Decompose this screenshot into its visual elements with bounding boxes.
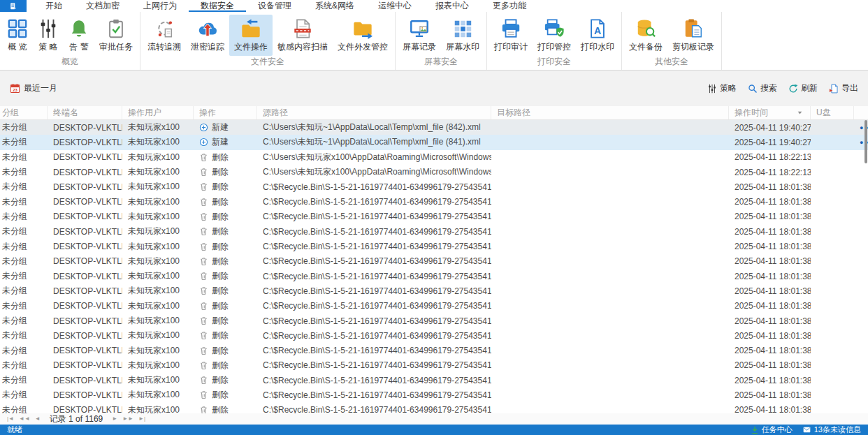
column-header-操作[interactable]: 操作 xyxy=(194,106,257,119)
column-header-目标路径[interactable]: 目标路径 xyxy=(491,106,729,119)
user-cell: 未知玩家x100 xyxy=(122,403,194,413)
export-button[interactable]: 导出 xyxy=(829,82,858,94)
operation-label: 删除 xyxy=(212,404,229,413)
ribbon-item-泄密追踪[interactable]: 泄密追踪 xyxy=(186,15,229,56)
operation-cell: 删除 xyxy=(194,358,257,373)
table-row[interactable]: 未分组DESKTOP-VLKTLE1未知玩家x100删除C:\$Recycle.… xyxy=(0,358,868,373)
table-row[interactable]: 未分组DESKTOP-VLKTLE1未知玩家x100删除C:\$Recycle.… xyxy=(0,373,868,388)
table-row[interactable]: 未分组DESKTOP-VLKTLE1未知玩家x100删除C:\$Recycle.… xyxy=(0,269,868,283)
ribbon-item-label: 泄密追踪 xyxy=(191,41,224,53)
ribbon-item-屏幕记录[interactable]: 屏幕记录 xyxy=(398,15,441,56)
policy-button[interactable]: 策略 xyxy=(707,82,737,94)
tab-数据安全[interactable]: 数据安全 xyxy=(189,0,246,12)
prev-page-button[interactable]: ◄ xyxy=(35,416,41,422)
user-cell: 未知玩家x100 xyxy=(122,224,194,239)
tab-上网行为[interactable]: 上网行为 xyxy=(131,0,189,12)
column-header-label: 目标路径 xyxy=(497,107,530,119)
time-cell: 2025-04-11 18:01:38 xyxy=(729,179,811,194)
table-row[interactable]: 未分组DESKTOP-VLKTLE1未知玩家x100删除C:\$Recycle.… xyxy=(0,254,868,269)
last-page-button[interactable]: ►| xyxy=(138,416,145,422)
table-row[interactable]: 未分组DESKTOP-VLKTLE1未知玩家x100新建C:\Users\未知玩… xyxy=(0,135,868,149)
ribbon-item-策略[interactable]: 策 略 xyxy=(33,15,64,56)
screen-record-icon xyxy=(409,18,430,39)
time-cell: 2025-04-11 18:01:38 xyxy=(729,283,811,298)
ribbon-item-概览[interactable]: 概 览 xyxy=(2,15,33,56)
table-row[interactable]: 未分组DESKTOP-VLKTLE1未知玩家x100删除C:\$Recycle.… xyxy=(0,299,868,314)
source-path-cell: C:\$Recycle.Bin\S-1-5-21-1619774401-6349… xyxy=(257,209,491,224)
fast-next-button[interactable]: ►► xyxy=(122,416,133,422)
tab-系统&网络[interactable]: 系统&网络 xyxy=(303,0,366,12)
ribbon-item-敏感内容扫描[interactable]: 敏感内容扫描 xyxy=(273,15,333,56)
ribbon-item-告警[interactable]: 告 警 xyxy=(64,15,94,56)
table-row[interactable]: 未分组DESKTOP-VLKTLE1未知玩家x100删除C:\$Recycle.… xyxy=(0,194,868,209)
table-row[interactable]: 未分组DESKTOP-VLKTLE1未知玩家x100删除C:\$Recycle.… xyxy=(0,343,868,357)
unread-messages-button[interactable]: 13条未读信息 xyxy=(802,425,861,435)
ribbon-item-文件操作[interactable]: 文件操作 xyxy=(229,15,273,56)
tab-运维中心[interactable]: 运维中心 xyxy=(366,0,424,12)
table-row[interactable]: 未分组DESKTOP-VLKTLE1未知玩家x100删除C:\$Recycle.… xyxy=(0,403,868,413)
task-center-button[interactable]: 任务中心 xyxy=(751,425,793,435)
trash-icon xyxy=(199,390,208,399)
operation-label: 删除 xyxy=(212,226,229,237)
usb-cell xyxy=(811,299,854,314)
ribbon-item-label: 屏幕记录 xyxy=(403,41,436,53)
search-button[interactable]: 搜索 xyxy=(748,82,777,94)
target-path-cell xyxy=(491,135,729,149)
table-row[interactable]: 未分组DESKTOP-VLKTLE1未知玩家x100删除C:\Users\未知玩… xyxy=(0,165,868,179)
tab-报表中心[interactable]: 报表中心 xyxy=(424,0,481,12)
ribbon-item-文件备份[interactable]: 文件备份 xyxy=(624,15,667,56)
table-row[interactable]: 未分组DESKTOP-VLKTLE1未知玩家x100删除C:\$Recycle.… xyxy=(0,328,868,343)
column-header-操作用户[interactable]: 操作用户 xyxy=(122,106,194,119)
table-row[interactable]: 未分组DESKTOP-VLKTLE1未知玩家x100删除C:\$Recycle.… xyxy=(0,224,868,239)
caret-down-icon[interactable] xyxy=(797,110,803,116)
source-path-cell: C:\Users\未知玩家x100\AppData\Roaming\Micros… xyxy=(257,165,491,179)
tab-文档加密[interactable]: 文档加密 xyxy=(74,0,131,12)
ribbon-item-文件外发管控[interactable]: 文件外发管控 xyxy=(333,15,393,56)
terminal-cell: DESKTOP-VLKTLE1 xyxy=(48,283,122,298)
terminal-cell: DESKTOP-VLKTLE1 xyxy=(48,269,122,283)
column-header-源路径[interactable]: 源路径 xyxy=(257,106,491,119)
column-header-U盘[interactable]: U盘 xyxy=(811,106,854,119)
operation-cell: 删除 xyxy=(194,209,257,224)
column-header-分组[interactable]: 分组 xyxy=(0,106,48,119)
column-header-终端名[interactable]: 终端名 xyxy=(48,106,122,119)
ribbon-item-打印水印[interactable]: A打印水印 xyxy=(576,15,619,56)
usb-cell xyxy=(811,373,854,388)
ribbon-item-打印审计[interactable]: 打印审计 xyxy=(489,15,533,56)
usb-cell xyxy=(811,150,854,165)
app-menu-button[interactable] xyxy=(0,0,27,12)
scrollbar-thumb[interactable] xyxy=(865,120,867,163)
table-row[interactable]: 未分组DESKTOP-VLKTLE1未知玩家x100删除C:\$Recycle.… xyxy=(0,283,868,298)
table-row[interactable]: 未分组DESKTOP-VLKTLE1未知玩家x100删除C:\$Recycle.… xyxy=(0,239,868,253)
ribbon-item-打印管控[interactable]: 打印管控 xyxy=(533,15,576,56)
table-row[interactable]: 未分组DESKTOP-VLKTLE1未知玩家x100删除C:\$Recycle.… xyxy=(0,314,868,328)
first-page-button[interactable]: |◄ xyxy=(7,416,14,422)
vertical-scrollbar[interactable] xyxy=(864,120,868,413)
ribbon-item-屏幕水印[interactable]: 屏幕水印 xyxy=(441,15,484,56)
ribbon-item-审批任务[interactable]: 审批任务 xyxy=(94,15,138,56)
column-header-操作时间[interactable]: 操作时间 xyxy=(729,106,811,119)
ribbon-item-流转追溯[interactable]: 流转追溯 xyxy=(143,15,186,56)
usb-cell xyxy=(811,314,854,328)
button-label: 搜索 xyxy=(760,82,777,94)
terminal-cell: DESKTOP-VLKTLE1 xyxy=(48,358,122,373)
ribbon-item-剪切板记录[interactable]: 剪切板记录 xyxy=(667,15,719,56)
target-path-cell xyxy=(491,165,729,179)
table-row[interactable]: 未分组DESKTOP-VLKTLE1未知玩家x100删除C:\Users\未知玩… xyxy=(0,150,868,165)
next-page-button[interactable]: ► xyxy=(112,416,117,422)
mail-icon xyxy=(802,426,811,434)
tab-更多功能[interactable]: 更多功能 xyxy=(481,0,538,12)
source-path-cell: C:\$Recycle.Bin\S-1-5-21-1619774401-6349… xyxy=(257,194,491,209)
date-range-filter[interactable]: 23 最近一月 xyxy=(10,82,57,94)
table-row[interactable]: 未分组DESKTOP-VLKTLE1未知玩家x100新建C:\Users\未知玩… xyxy=(0,120,868,135)
tab-设备管理[interactable]: 设备管理 xyxy=(246,0,303,12)
source-path-cell: C:\$Recycle.Bin\S-1-5-21-1619774401-6349… xyxy=(257,358,491,373)
operation-label: 删除 xyxy=(212,270,229,282)
tab-开始[interactable]: 开始 xyxy=(34,0,74,12)
table-row[interactable]: 未分组DESKTOP-VLKTLE1未知玩家x100删除C:\$Recycle.… xyxy=(0,209,868,224)
printer-shield-icon xyxy=(544,18,565,39)
table-row[interactable]: 未分组DESKTOP-VLKTLE1未知玩家x100删除C:\$Recycle.… xyxy=(0,179,868,194)
table-row[interactable]: 未分组DESKTOP-VLKTLE1未知玩家x100删除C:\$Recycle.… xyxy=(0,388,868,402)
fast-prev-button[interactable]: ◄◄ xyxy=(19,416,30,422)
refresh-button[interactable]: 刷新 xyxy=(788,82,818,94)
